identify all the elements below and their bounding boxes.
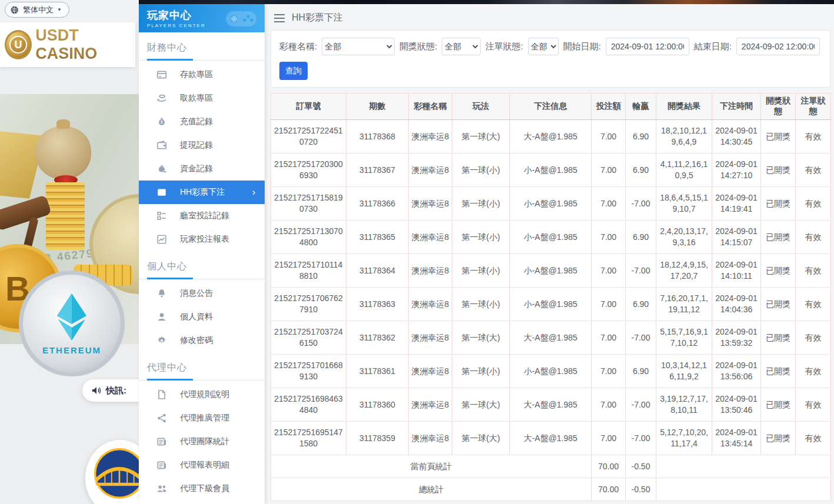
table-cell: 31178363	[346, 288, 409, 321]
column-header: 期數	[346, 94, 409, 120]
svg-text:$: $	[161, 120, 163, 124]
totals-row: 總統計70.00-0.50	[271, 478, 831, 501]
table-body: 215217251722451072031178368澳洲幸运8第一球(大)大-…	[271, 120, 831, 501]
section-underline	[139, 59, 265, 61]
sidebar-item-label: 代理團隊統計	[180, 436, 229, 447]
table-cell: 有效	[796, 388, 831, 422]
totals-bet-amount: 70.00	[592, 455, 626, 478]
column-header: 訂單號	[271, 94, 346, 120]
table-cell: 2152172517130704800	[271, 221, 346, 254]
table-cell: 已開獎	[761, 288, 796, 321]
table-cell: 10,3,14,12,16,11,9,2	[656, 355, 712, 388]
chevron-right-icon: ›	[252, 187, 255, 198]
table-cell: 2024-09-01 14:27:10	[712, 153, 761, 187]
sidebar-section-title: 代理中心	[147, 362, 265, 374]
table-cell: 大-A盤@1.985	[510, 321, 592, 355]
table-cell: 大-A盤@1.985	[510, 388, 592, 422]
table-cell: 31178367	[346, 153, 409, 187]
table-row: 215217251715819073031178366澳洲幸运8第一球(小)小-…	[271, 187, 831, 221]
end-date-input[interactable]	[736, 38, 820, 55]
table-cell: 7.00	[592, 120, 626, 153]
order-status-select[interactable]: 全部	[528, 38, 559, 55]
moneybag-icon: $	[156, 116, 167, 127]
sidebar-item-充值記錄[interactable]: $充值記錄	[139, 110, 265, 133]
table-cell: 7.00	[592, 422, 626, 455]
sidebar-item-label: 代理規則說明	[180, 389, 229, 400]
sidebar-item-資金記錄[interactable]: 資金記錄	[139, 157, 265, 181]
deposit-card-icon	[156, 69, 167, 80]
sidebar-item-代理報表明細[interactable]: 代理報表明細	[139, 453, 265, 477]
gavel-graphic	[0, 195, 52, 231]
table-cell: -7.00	[626, 187, 656, 221]
table-cell: 2152172517224510720	[271, 120, 346, 153]
wallet-icon	[156, 140, 167, 151]
table-cell: 已開獎	[761, 388, 796, 422]
sidebar-item-個人資料[interactable]: 個人資料	[139, 305, 265, 329]
table-cell: 澳洲幸运8	[409, 321, 452, 355]
table-row: 215217251710114881031178364澳洲幸运8第一球(小)小-…	[271, 254, 831, 288]
sidebar-item-HH彩票下注[interactable]: HH彩票下注›	[139, 181, 265, 204]
table-cell: 2024-09-01 14:10:11	[712, 254, 761, 288]
lottery-name-select[interactable]: 全部	[322, 38, 395, 55]
table-cell: 31178362	[346, 321, 409, 355]
sidebar-item-代理規則說明[interactable]: 代理規則說明	[139, 383, 265, 406]
table-cell: 5,12,7,10,20,11,17,4	[656, 422, 712, 455]
column-header: 下注時間	[712, 94, 761, 120]
totals-row: 當前頁統計70.00-0.50	[271, 455, 831, 478]
table-cell: 2152172517158190730	[271, 187, 346, 221]
draw-status-label: 開獎狀態:	[399, 41, 437, 52]
sidebar-item-修改密碼[interactable]: 修改密碼	[139, 329, 265, 352]
table-cell: 第一球(大)	[452, 422, 510, 455]
filter-panel: 彩種名稱: 全部 開獎狀態: 全部 注單狀態: 全部 開始日期: 結束日期: 查…	[271, 30, 830, 88]
table-row: 215217251703724615031178362澳洲幸运8第一球(大)大-…	[271, 321, 831, 355]
ethereum-coin-graphic: ETHEREUM	[19, 271, 125, 376]
report-chart-icon	[156, 234, 167, 245]
lottery-name-label: 彩種名稱:	[279, 41, 317, 52]
table-cell: 第一球(大)	[452, 321, 510, 355]
table-cell: 已開獎	[761, 221, 796, 254]
table-cell: 2152172516984634840	[271, 388, 346, 422]
table-cell: 有效	[796, 120, 831, 153]
sidebar-item-label: 個人資料	[180, 312, 213, 322]
room-record-icon	[156, 211, 167, 221]
sidebar-section-title: 個人中心	[147, 261, 265, 273]
table-cell: 4,1,11,2,16,10,9,5	[656, 153, 712, 187]
table-cell: 7.00	[592, 254, 626, 288]
language-selector[interactable]: 繁体中文 ▼	[5, 2, 69, 18]
table-cell: 7.00	[592, 288, 626, 321]
start-date-label: 開始日期:	[563, 41, 601, 52]
sidebar-item-提現記錄[interactable]: 提現記錄	[139, 133, 265, 157]
totals-label: 當前頁統計	[271, 455, 592, 478]
table-cell: 2024-09-01 13:56:06	[712, 355, 761, 388]
menu-toggle-icon[interactable]	[274, 14, 285, 22]
sidebar-section-title: 財務中心	[147, 42, 265, 54]
table-row: 215217251722451072031178368澳洲幸运8第一球(大)大-…	[271, 120, 831, 153]
floating-logo-widget[interactable]	[85, 440, 139, 504]
sidebar-item-代理團隊統計[interactable]: 代理團隊統計	[139, 430, 265, 453]
sidebar-item-取款專區[interactable]: 取款專區	[139, 86, 265, 110]
document-icon	[156, 389, 167, 400]
sidebar-item-代理下級會員[interactable]: 代理下級會員	[139, 477, 265, 500]
table-cell: 2024-09-01 13:45:14	[712, 422, 761, 455]
draw-status-select[interactable]: 全部	[442, 38, 481, 55]
top-dark-strip	[139, 0, 834, 4]
sidebar-item-存款專區[interactable]: 存款專區	[139, 63, 265, 86]
table-cell: 澳洲幸运8	[409, 221, 452, 254]
start-date-input[interactable]	[606, 38, 689, 55]
table-cell: 2152172517067627910	[271, 288, 346, 321]
sidebar-item-廳室投註記錄[interactable]: 廳室投註記錄	[139, 204, 265, 228]
query-button[interactable]: 查詢	[279, 62, 308, 80]
sidebar-item-消息公告[interactable]: 消息公告	[139, 282, 265, 305]
table-cell: 有效	[796, 422, 831, 455]
table-cell: 澳洲幸运8	[409, 355, 452, 388]
table-cell: 7.00	[592, 355, 626, 388]
sidebar-item-玩家投注報表[interactable]: 玩家投注報表	[139, 228, 265, 251]
bets-table: 訂單號期數彩種名稱玩法下注信息投注額輸贏開獎結果下注時間開獎狀態注單狀態 215…	[271, 93, 831, 501]
table-cell: 2024-09-01 13:50:46	[712, 388, 761, 422]
sidebar-item-label: 充值記錄	[180, 116, 213, 127]
table-cell: 已開獎	[761, 187, 796, 221]
table-cell: 澳洲幸运8	[409, 153, 452, 187]
sidebar-item-代理推廣管理[interactable]: 代理推廣管理	[139, 406, 265, 430]
user-icon	[156, 312, 167, 322]
withdraw-hand-icon	[156, 93, 167, 104]
